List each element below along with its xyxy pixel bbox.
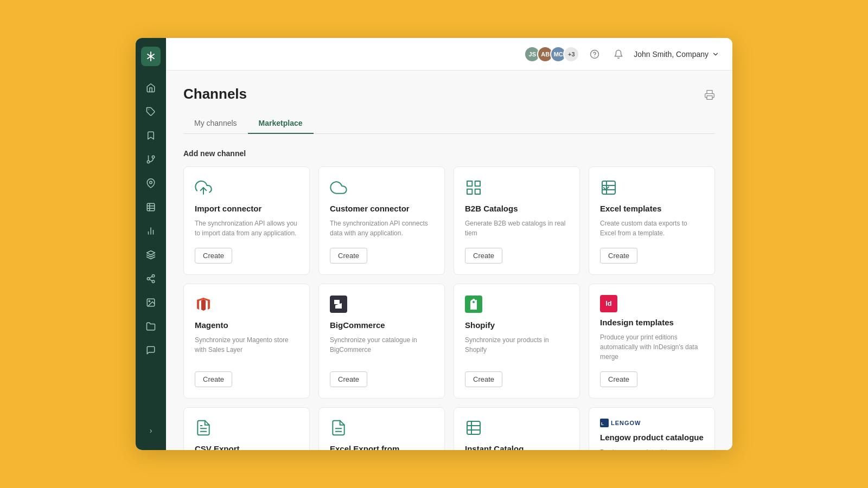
- card-b2b-catalogs: B2B Catalogs Generate B2B web catalogs i…: [454, 166, 580, 275]
- create-button[interactable]: Create: [330, 248, 367, 264]
- svg-rect-5: [147, 203, 155, 211]
- sidebar-item-layers[interactable]: [140, 244, 162, 266]
- page-title-row: Channels: [183, 86, 715, 102]
- user-avatars: JS AB MC +3: [524, 46, 579, 62]
- create-button[interactable]: Create: [600, 371, 637, 387]
- grid-icon: [465, 178, 569, 196]
- sidebar-item-bookmark[interactable]: [140, 125, 162, 146]
- svg-rect-27: [467, 189, 472, 194]
- card-title: Lengow product catalogue: [600, 433, 704, 442]
- file-text-icon: [195, 419, 298, 437]
- card-desc: The synchronization API connects data wi…: [330, 219, 433, 238]
- card-import-connector: Import connector The synchronization API…: [183, 166, 310, 275]
- user-menu[interactable]: John Smith, Company: [634, 50, 719, 59]
- magento-icon: [195, 295, 298, 313]
- sidebar-item-map-pin[interactable]: [140, 172, 162, 194]
- grid2-icon: [465, 419, 569, 437]
- sidebar-item-tag[interactable]: [140, 101, 162, 123]
- chevron-down-icon: [712, 50, 719, 58]
- card-title: Indesign templates: [600, 318, 704, 327]
- upload-cloud-icon: [195, 178, 298, 196]
- card-magento: Magento Synchronize your Magento store w…: [183, 284, 310, 399]
- svg-rect-22: [707, 95, 712, 99]
- sidebar-item-image[interactable]: [140, 292, 162, 313]
- card-title: Shopify: [465, 320, 569, 330]
- excel-icon: [600, 178, 704, 196]
- sidebar-item-folder[interactable]: [140, 316, 162, 337]
- page-content: Channels My channels Marketplace Add new…: [166, 70, 732, 450]
- card-lengow: L LENGOW Lengow product catalogue Produc…: [589, 407, 715, 450]
- tab-my-channels[interactable]: My channels: [183, 113, 248, 134]
- card-title: Customer connector: [330, 204, 433, 213]
- sidebar-item-table[interactable]: [140, 196, 162, 218]
- card-title: CSV Export: [195, 444, 298, 450]
- section-title: Add new channel: [183, 149, 715, 158]
- card-title: B2B Catalogs: [465, 204, 569, 213]
- svg-rect-24: [467, 181, 472, 186]
- svg-point-4: [150, 181, 152, 184]
- card-desc: Create custom data exports to Excel from…: [600, 219, 704, 238]
- card-desc: The synchronization API allows you to im…: [195, 219, 298, 238]
- card-bigcommerce: BigCommerce Synchronize your catalogue i…: [318, 284, 445, 399]
- card-title: Instant Catalog: [465, 444, 569, 450]
- sidebar: ›: [136, 38, 166, 450]
- create-button[interactable]: Create: [465, 248, 502, 264]
- header: JS AB MC +3 John Smith, Company: [166, 38, 732, 70]
- lengow-icon: L LENGOW: [600, 419, 704, 427]
- card-instant-catalog: Instant Catalog Generate and share digit…: [454, 407, 580, 450]
- bigcommerce-icon: [330, 295, 433, 313]
- create-button[interactable]: Create: [195, 371, 232, 387]
- card-title: Import connector: [195, 204, 298, 213]
- sidebar-expand-button[interactable]: ›: [140, 420, 162, 441]
- shopify-icon: [465, 295, 569, 313]
- card-customer-connector: Customer connector The synchronization A…: [318, 166, 445, 275]
- create-button[interactable]: Create: [600, 248, 637, 264]
- sidebar-logo[interactable]: [141, 47, 161, 66]
- app-window: › JS AB MC +3 John Smith, Company: [136, 38, 732, 450]
- svg-point-34: [473, 301, 475, 303]
- sidebar-item-git-branch[interactable]: [140, 149, 162, 170]
- card-desc: Generate B2B web catalogs in real tiem: [465, 219, 569, 238]
- channel-cards-grid: Import connector The synchronization API…: [183, 166, 715, 450]
- card-indesign: Id Indesign templates Produce your print…: [589, 284, 715, 399]
- help-icon[interactable]: [586, 46, 603, 63]
- card-title: BigCommerce: [330, 320, 433, 330]
- sidebar-item-message[interactable]: [140, 339, 162, 361]
- notifications-icon[interactable]: [610, 46, 627, 63]
- svg-line-16: [149, 279, 152, 281]
- svg-rect-39: [467, 421, 480, 434]
- avatar-extra-count: +3: [563, 46, 579, 62]
- user-name: John Smith, Company: [634, 50, 709, 59]
- cloud-icon: [330, 178, 433, 196]
- card-title: Excel Export from template: [330, 444, 433, 450]
- create-button[interactable]: Create: [330, 371, 367, 387]
- card-title: Excel templates: [600, 204, 704, 213]
- card-csv-export: CSV Export Create custom data exports, t…: [183, 407, 310, 450]
- sidebar-item-bar-chart[interactable]: [140, 220, 162, 242]
- svg-text:L: L: [601, 421, 604, 426]
- card-desc: Produce your print editions automaticall…: [600, 447, 704, 450]
- excel2-icon: [330, 419, 433, 437]
- svg-marker-12: [147, 251, 155, 255]
- card-desc: Synchronize your catalogue in BigCommerc…: [330, 335, 433, 361]
- card-shopify: Shopify Synchronize your products in Sho…: [454, 284, 580, 399]
- card-desc: Synchronize your products in Shopify: [465, 335, 569, 361]
- tabs-bar: My channels Marketplace: [183, 113, 715, 134]
- card-desc: Synchronize your Magento store with Sale…: [195, 335, 298, 361]
- create-button[interactable]: Create: [465, 371, 502, 387]
- svg-point-19: [149, 300, 150, 301]
- card-excel-templates: Excel templates Create custom data expor…: [589, 166, 715, 275]
- page-title-text: Channels: [183, 86, 247, 102]
- svg-rect-25: [475, 181, 480, 186]
- tab-marketplace[interactable]: Marketplace: [248, 113, 314, 134]
- create-button[interactable]: Create: [195, 248, 232, 264]
- indesign-icon: Id: [600, 295, 617, 312]
- svg-line-17: [149, 277, 152, 278]
- card-excel-export: Excel Export from template Create custom…: [318, 407, 445, 450]
- main-content: JS AB MC +3 John Smith, Company Channels: [166, 38, 732, 450]
- sidebar-item-share[interactable]: [140, 268, 162, 290]
- svg-rect-26: [475, 189, 480, 194]
- print-icon[interactable]: [704, 88, 715, 100]
- sidebar-item-home[interactable]: [140, 77, 162, 99]
- card-title: Magento: [195, 320, 298, 330]
